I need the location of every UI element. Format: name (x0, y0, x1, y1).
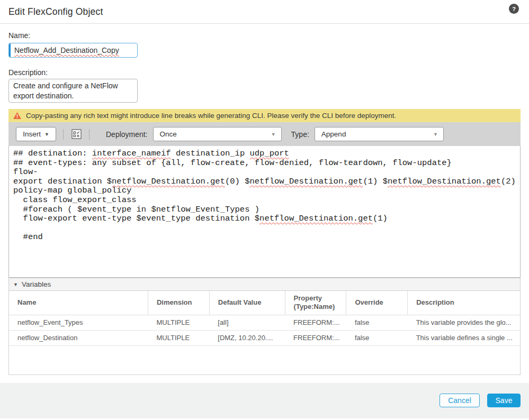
table-cell: This variable provides the glo... (408, 315, 520, 330)
variables-section-toggle[interactable]: ▼ Variables (8, 278, 521, 291)
code-line: flow-export event-type $event_type desti… (13, 214, 516, 224)
chevron-down-icon: ▼ (44, 132, 49, 137)
cancel-button[interactable]: Cancel (440, 394, 480, 407)
table-row[interactable]: netflow_DestinationMULTIPLE[DMZ, 10.20.2… (9, 330, 520, 345)
variables-table-container: NameDimensionDefault ValueProperty (Type… (8, 291, 521, 375)
code-line: class flow_export_class (13, 196, 516, 205)
table-row[interactable]: netflow_Event_TypesMULTIPLE[all]FREEFORM… (9, 315, 520, 330)
name-value: Netflow_Add_Destination_Copy (14, 46, 119, 54)
code-line: export destination $netflow_Destination.… (13, 177, 516, 187)
variables-table: NameDimensionDefault ValueProperty (Type… (9, 291, 520, 346)
editor-toolbar: Insert ▼ Deployment: Once ▼ Type: Append… (8, 122, 521, 146)
insert-button[interactable]: Insert ▼ (16, 127, 56, 141)
code-editor[interactable]: ## destination: interface_nameif destina… (8, 146, 521, 278)
type-select[interactable]: Append ▼ (315, 127, 444, 141)
deployment-select[interactable]: Once ▼ (153, 127, 282, 141)
code-line: #foreach ( $event_type in $netflow_Event… (13, 205, 516, 215)
save-button[interactable]: Save (487, 394, 521, 407)
deployment-label: Deployment: (106, 130, 148, 139)
variables-section-label: Variables (22, 280, 51, 288)
type-selected-value: Append (321, 130, 433, 138)
code-line: flow- (13, 168, 516, 177)
table-cell: [DMZ, 10.20.20.... (209, 330, 285, 345)
table-cell: netflow_Event_Types (9, 315, 148, 330)
code-line (13, 224, 516, 233)
table-cell: false (346, 330, 408, 345)
warning-text: Copy-pasting any rich text might introdu… (26, 112, 396, 120)
toolbar-divider (89, 129, 89, 140)
table-cell: MULTIPLE (148, 315, 209, 330)
column-header: Default Value (209, 291, 285, 315)
toolbar-divider (63, 129, 64, 140)
dialog-footer: Cancel Save (0, 383, 529, 418)
code-line: #end (13, 233, 516, 242)
name-input[interactable]: Netflow_Add_Destination_Copy (8, 43, 138, 58)
footer-spacer (0, 375, 529, 383)
deployment-selected-value: Once (160, 130, 271, 138)
help-icon[interactable]: ? (509, 4, 519, 14)
chevron-down-icon: ▼ (433, 132, 438, 137)
variables-header-row: NameDimensionDefault ValueProperty (Type… (9, 291, 520, 315)
description-label: Description: (8, 67, 521, 78)
name-label: Name: (8, 30, 521, 41)
column-header: Dimension (148, 291, 209, 315)
warning-triangle-icon (13, 112, 21, 119)
table-cell: MULTIPLE (148, 330, 209, 345)
column-header: Description (408, 291, 520, 315)
page-title: Edit FlexConfig Object (8, 6, 103, 17)
dialog-body: Name: Netflow_Add_Destination_Copy Descr… (0, 30, 529, 375)
column-header: Override (346, 291, 408, 315)
insert-button-label: Insert (23, 130, 41, 138)
table-cell: FREEFORM:... (285, 330, 346, 345)
code-line: ## event-types: any subset of {all, flow… (13, 159, 516, 168)
table-cell: FREEFORM:... (285, 315, 346, 330)
chevron-down-icon: ▼ (271, 132, 276, 137)
code-line: policy-map global_policy (13, 186, 516, 196)
triangle-down-icon: ▼ (13, 282, 18, 287)
code-line: ## destination: interface_nameif destina… (13, 149, 516, 159)
checklist-button[interactable] (70, 129, 82, 140)
checklist-icon (71, 129, 82, 139)
variables-table-body: netflow_Event_TypesMULTIPLE[all]FREEFORM… (9, 315, 520, 345)
column-header: Name (9, 291, 148, 315)
warning-banner: Copy-pasting any rich text might introdu… (8, 109, 521, 122)
table-cell: This variable defines a single ... (408, 330, 520, 345)
table-cell: netflow_Destination (9, 330, 148, 345)
type-label: Type: (291, 130, 309, 139)
column-header: Property (Type:Name) (285, 291, 346, 315)
description-input[interactable]: Create and configure a NetFlow export de… (8, 79, 138, 103)
table-cell: [all] (209, 315, 285, 330)
table-cell: false (346, 315, 408, 330)
dialog-header: Edit FlexConfig Object ? (0, 0, 529, 24)
